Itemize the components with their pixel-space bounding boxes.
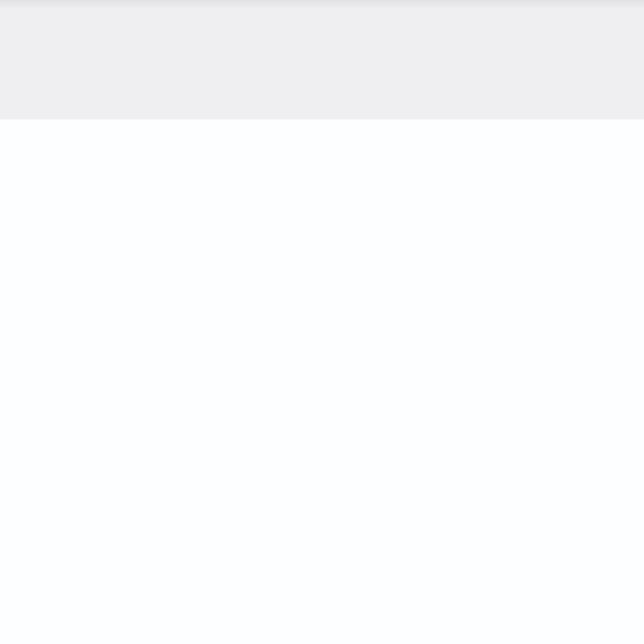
header-band [0, 0, 644, 119]
top-shadow [0, 0, 644, 9]
content-area [0, 119, 644, 644]
